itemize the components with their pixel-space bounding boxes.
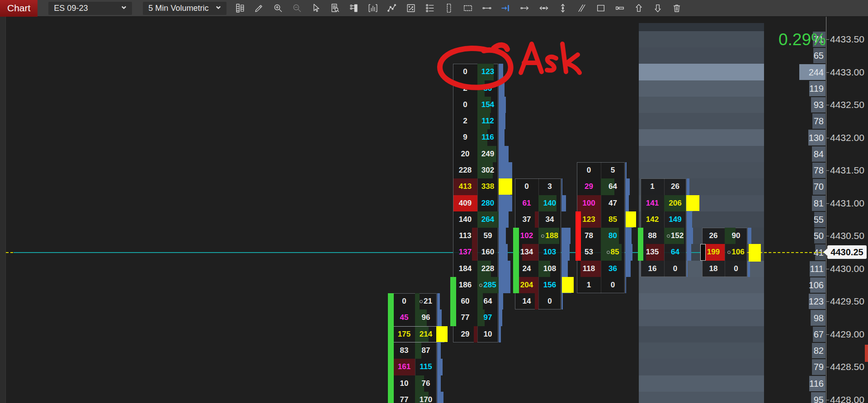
bid-volume-cell: 142 [641,211,664,228]
candle-body [700,244,706,260]
ask-volume-cell: 188 [538,228,561,244]
vertical-region-icon[interactable] [443,2,455,15]
volume-bar-green [450,277,456,326]
ask-volume-cell: 36 [601,261,625,277]
period-dropdown[interactable]: 5 Min Volumetric [143,2,226,15]
region-select-icon[interactable] [462,2,474,15]
price-label[interactable]: 4428.00 [830,394,864,403]
price-label[interactable]: 4430.00 [830,263,864,274]
poc-marker [499,178,512,194]
bid-volume-cell: 29 [577,178,601,195]
ask-volume-cell: 26 [664,178,686,195]
arrow-up-icon[interactable] [632,2,645,15]
horizontal-range-icon[interactable] [538,2,550,15]
bid-volume-cell: 0 [453,64,477,80]
price-label[interactable]: 4428.50 [830,361,864,372]
price-label[interactable]: 4431.50 [830,165,864,176]
toolbar: Chart ES 09-23 5 Min Volumetric [0,0,868,17]
bid-volume-cell: 0 [393,293,415,309]
ask-volume-cell: 59 [477,228,498,244]
ask-volume-cell: 140 [538,195,561,211]
line-segment-icon[interactable] [481,2,493,15]
strategy-icon[interactable] [405,2,417,15]
delta-bar [437,392,443,403]
volume-number: 111 [792,264,824,274]
bid-volume-cell: 228 [453,162,477,178]
bid-volume-cell: 0 [453,97,477,113]
bid-volume-cell: 14 [515,293,538,309]
ask-volume-cell: 47 [601,195,625,211]
data-grid-icon[interactable] [234,2,246,15]
volume-number: 81 [792,198,824,208]
price-tick [826,170,829,171]
price-label[interactable]: 4429.00 [830,329,864,340]
cursor-icon[interactable] [310,2,322,15]
bid-volume-cell: 0 [515,178,538,195]
delta-bar [499,97,506,113]
instrument-dropdown[interactable]: ES 09-23 [48,2,132,15]
price-label[interactable]: 4429.50 [830,296,864,307]
rectangle-icon[interactable] [594,2,607,15]
object-panel-icon[interactable] [348,2,360,15]
poc-ring-icon [420,300,423,303]
ask-volume-cell: 64 [477,293,498,309]
parallel-lines-icon[interactable] [576,2,588,15]
chart-canvas[interactable]: 7165244119937813084787081555041111106123… [0,17,868,403]
polyline-icon[interactable] [386,2,398,15]
arrow-down-icon[interactable] [651,2,664,15]
price-label-icon[interactable] [613,2,626,15]
delta-bar [437,293,440,309]
ask-volume-cell: 21 [415,293,437,309]
delta-bar [499,195,512,211]
bid-volume-cell: 118 [577,261,601,277]
left-gutter [0,17,6,403]
price-label[interactable]: 4431.00 [830,198,864,209]
trash-icon[interactable] [670,2,683,15]
volume-profile-band [639,129,764,145]
zoom-in-icon[interactable] [272,2,284,15]
ask-volume-cell: 206 [664,195,686,211]
price-label[interactable]: 4433.50 [830,34,864,45]
checklist-icon[interactable] [424,2,436,15]
volume-bar-green [638,228,643,261]
go-to-bar-icon[interactable] [500,2,512,15]
ask-volume-cell: 108 [538,261,561,277]
delta-bar [499,146,509,162]
volume-profile-band [639,47,764,64]
volume-profile-band [639,146,764,162]
bid-volume-cell: 137 [453,244,477,260]
zoom-out-icon[interactable] [291,2,303,15]
bid-volume-cell: 10 [393,375,415,392]
bid-volume-cell: 100 [577,195,601,211]
price-label[interactable]: 4432.50 [830,99,864,110]
delta-bar [499,326,501,342]
delta-bar [499,80,505,97]
poc-ring-icon [479,284,482,287]
volume-profile-band [639,326,764,342]
ask-volume-cell: 112 [477,113,498,129]
poc-marker [562,277,574,293]
delta-bar [561,195,566,211]
delta-bar [561,178,562,195]
poc-ring-icon [727,251,731,254]
bid-volume-cell: 26 [702,228,725,244]
volume-profile-band [639,80,764,97]
volume-number: 116 [792,379,824,389]
ask-volume-cell: 264 [477,211,498,228]
volume-number: 55 [792,215,824,225]
pencil-icon[interactable] [253,2,265,15]
chart-tab[interactable]: Chart [0,0,38,17]
price-label[interactable]: 4433.00 [830,67,864,78]
bar-stats-icon[interactable] [367,2,379,15]
arrow-right-icon[interactable] [519,2,531,15]
vertical-range-icon[interactable] [557,2,569,15]
report-search-icon[interactable] [329,2,341,15]
price-label[interactable]: 4430.50 [830,230,864,241]
price-label[interactable]: 4432.00 [830,132,864,143]
delta-bar [437,375,441,392]
ask-volume-cell: 170 [415,392,437,403]
ask-volume-cell: 85 [601,211,625,228]
volume-number: 67 [792,329,824,339]
volume-profile-band [639,162,764,178]
volume-number: 93 [792,100,824,110]
